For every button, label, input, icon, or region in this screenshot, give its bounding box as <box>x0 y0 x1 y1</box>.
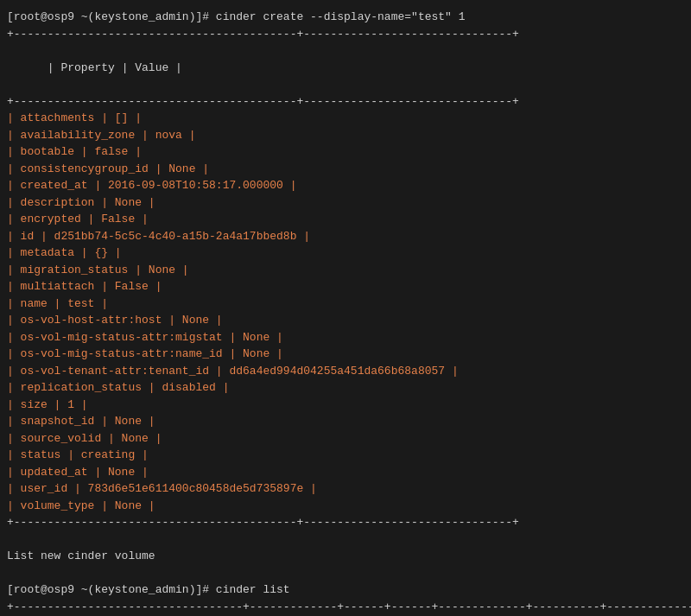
table-row: | encrypted | False | <box>7 211 684 228</box>
table-border-bot: +---------------------------------------… <box>7 514 684 531</box>
table-row: | os-vol-mig-status-attr:name_id | None … <box>7 346 684 363</box>
table-row: | availability_zone | nova | <box>7 127 684 144</box>
table-row: | os-vol-tenant-attr:tenant_id | dd6a4ed… <box>7 363 684 380</box>
section-title: List new cinder volume <box>7 548 684 565</box>
table-row: | volume_type | None | <box>7 498 684 515</box>
table-border-mid: +---------------------------------------… <box>7 93 684 111</box>
table-row: | source_volid | None | <box>7 430 684 448</box>
table-row: | snapshot_id | None | <box>7 413 684 430</box>
prompt-text-1: [root@osp9 ~(keystone_admin)]# cinder cr… <box>7 10 466 23</box>
table-row: | os-vol-mig-status-attr:migstat | None … <box>7 329 684 346</box>
table-row: | name | test | <box>7 295 684 313</box>
prompt-line-1: [root@osp9 ~(keystone_admin)]# cinder cr… <box>7 9 684 26</box>
table-header-row: | Property | Value | <box>7 42 684 93</box>
header-property: Property <box>60 61 114 74</box>
table-row: | multiattach | False | <box>7 278 684 295</box>
table-row: | updated_at | None | <box>7 464 684 481</box>
table-row: | user_id | 783d6e51e611400c80458de5d735… <box>7 480 684 498</box>
table-row: | description | None | <box>7 194 684 212</box>
table-row: | attachments | [] | <box>7 110 684 127</box>
table-row: | created_at | 2016-09-08T10:58:17.00000… <box>7 177 684 194</box>
table-row: | bootable | false | <box>7 143 684 161</box>
terminal-content: [root@osp9 ~(keystone_admin)]# cinder cr… <box>7 9 684 616</box>
header-value: Value <box>135 61 168 74</box>
table-row: | consistencygroup_id | None | <box>7 161 684 178</box>
prompt-line-2: [root@osp9 ~(keystone_admin)]# cinder li… <box>7 581 684 599</box>
table-row: | size | 1 | <box>7 397 684 414</box>
terminal-window: [root@osp9 ~(keystone_admin)]# cinder cr… <box>0 0 691 616</box>
table-row: | metadata | {} | <box>7 244 684 262</box>
list-border-top: +----------------------------------+----… <box>7 599 684 616</box>
table-border-top: +---------------------------------------… <box>7 26 684 43</box>
table-row: | status | creating | <box>7 447 684 464</box>
table-row: | id | d251bb74-5c5c-4c40-a15b-2a4a17bbe… <box>7 228 684 245</box>
table-row: | replication_status | disabled | <box>7 379 684 397</box>
table-row: | os-vol-host-attr:host | None | <box>7 312 684 329</box>
table-row: | migration_status | None | <box>7 262 684 279</box>
